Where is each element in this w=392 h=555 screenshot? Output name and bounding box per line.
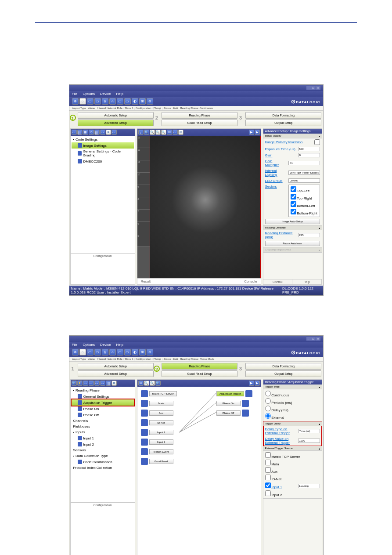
thumb-6[interactable]: 6	[137, 222, 150, 234]
sector-tr[interactable]: Top-Right	[291, 193, 318, 201]
minimize-icon[interactable]: _	[306, 86, 311, 90]
pause-button[interactable]: ▶	[255, 381, 260, 386]
ltbtn-3[interactable]: ▭	[83, 381, 88, 386]
node-good-read[interactable]: Good Read	[141, 458, 177, 465]
tree-channels[interactable]: Channels	[72, 418, 134, 424]
tbtn-4[interactable]: ▭	[94, 98, 101, 105]
tree-general-settings[interactable]: General Settings	[72, 393, 134, 399]
node-main[interactable]: Main	[141, 400, 177, 407]
thumb-8[interactable]: 8	[137, 197, 150, 210]
node-motion[interactable]: Motion Event	[141, 448, 177, 455]
ltbtn-4[interactable]: ◇	[89, 130, 94, 135]
good-read-setup-button[interactable]: Good Read Setup	[162, 120, 237, 126]
ctbtn-3[interactable]: 🔍	[150, 130, 155, 135]
node-acq-trigger[interactable]: Acquisition Trigger	[216, 390, 252, 397]
help-tab[interactable]: Help	[292, 279, 322, 284]
play-button[interactable]: ▶	[249, 381, 254, 386]
node-input2[interactable]: Input 2	[141, 439, 177, 446]
ctbtn-1[interactable]: ⊞	[138, 381, 144, 386]
node-phase-on[interactable]: Phase On	[216, 400, 252, 407]
data-formatting-button[interactable]: Data Formatting	[245, 112, 321, 119]
node-phase-off[interactable]: Phase Off	[216, 410, 252, 417]
tbtn-9[interactable]: ◐	[132, 98, 138, 105]
tbtn-6[interactable]: ⎌	[109, 349, 116, 355]
tree-inputs[interactable]: ▪ Inputs	[72, 429, 134, 435]
int-light-link[interactable]: Internal Lighting	[265, 169, 287, 177]
good-read-setup-button[interactable]: Good Read Setup	[162, 370, 237, 377]
tbtn-1[interactable]: ⊕	[72, 98, 79, 105]
radio-delay[interactable]: Delay (ms)	[265, 405, 320, 413]
tbtn-7[interactable]: ▭	[117, 349, 123, 355]
menu-options[interactable]: Options	[83, 92, 95, 96]
tree-code-combination[interactable]: Code Combination	[72, 459, 134, 465]
ctbtn-2[interactable]: 🔍	[144, 130, 149, 135]
close-icon[interactable]: ×	[316, 86, 320, 90]
radio-periodic[interactable]: Periodic (ms)	[265, 398, 320, 405]
src-main[interactable]: Main	[265, 459, 320, 467]
reading-phase-button[interactable]: Reading Phase	[162, 363, 237, 370]
input1-edge-select[interactable]	[298, 484, 320, 488]
polarity-checkbox[interactable]	[314, 139, 320, 145]
ltbtn-5[interactable]: ||||	[94, 130, 100, 135]
tbtn-5[interactable]: ⎘	[102, 98, 108, 105]
ltbtn-8[interactable]: ✕	[111, 381, 117, 386]
tbtn-7[interactable]: ▭	[117, 98, 123, 105]
ctbtn-2[interactable]: 🔍	[144, 381, 149, 386]
sector-br[interactable]: Bottom-Right	[291, 208, 318, 216]
tbtn-10[interactable]: ⊞	[139, 98, 146, 105]
delay-type-link[interactable]: Delay Type on External Trigger	[265, 427, 297, 435]
tbtn-3[interactable]: ▭	[87, 349, 94, 355]
tbtn-11[interactable]: ⊕	[147, 349, 153, 355]
ltbtn-7[interactable]: ✕	[106, 130, 111, 135]
tree-reading-phase[interactable]: ▪ Reading Phase	[72, 388, 134, 393]
thumb-11[interactable]: 11	[137, 160, 150, 173]
automatic-setup-button[interactable]: Automatic Setup	[78, 112, 154, 119]
tbtn-2[interactable]: ○	[79, 98, 86, 105]
tbtn-4[interactable]: ▭	[94, 349, 101, 355]
exposure-link[interactable]: Exposure Time (us)	[265, 147, 295, 151]
thumb-13[interactable]: 13	[137, 136, 150, 148]
pause-button[interactable]: ▶	[255, 130, 260, 135]
polarity-link[interactable]: Image Polarity Inversion	[265, 140, 303, 144]
radio-continuous[interactable]: Continuous	[265, 390, 320, 398]
trigger-delay-section[interactable]: Trigger Delay	[263, 421, 322, 426]
menu-options[interactable]: Options	[83, 343, 95, 347]
close-icon[interactable]: ×	[316, 337, 320, 341]
ext-trigger-source-section[interactable]: External Trigger Source	[263, 446, 322, 451]
radio-external[interactable]: External	[265, 413, 320, 420]
ctbtn-8[interactable]: ⊞	[178, 130, 183, 135]
tree-sensors[interactable]: Sensors	[72, 447, 134, 453]
gain-input[interactable]	[298, 153, 320, 157]
ctbtn-3[interactable]: 🔍	[150, 381, 155, 386]
thumb-12[interactable]: 12	[137, 148, 150, 160]
gain-mult-link[interactable]: Gain Multiplier	[265, 159, 287, 167]
tree-fieldbuses[interactable]: Fieldbuses	[72, 424, 134, 429]
src-idnet[interactable]: ID-Net	[265, 474, 320, 482]
tbtn-1[interactable]: ⊕	[72, 349, 79, 355]
tree-code-settings[interactable]: ▪ Code Settings	[72, 137, 134, 142]
automatic-setup-button[interactable]: Automatic Setup	[78, 363, 154, 370]
ltbtn-1[interactable]: ▭	[72, 130, 77, 135]
tbtn-6[interactable]: ⎌	[109, 98, 116, 105]
menu-device[interactable]: Device	[100, 92, 111, 96]
delay-value-input[interactable]	[298, 439, 320, 443]
sector-tl[interactable]: Top-Left	[291, 186, 318, 193]
ltbtn-4[interactable]: ▭	[89, 381, 94, 386]
thumb-9[interactable]: 9	[137, 185, 150, 197]
tbtn-8[interactable]: ▭	[124, 349, 131, 355]
read-dist-input[interactable]	[298, 233, 320, 237]
tree-acquisition-trigger[interactable]: Acquisition Trigger	[72, 399, 134, 406]
ltbtn-2[interactable]: ||||	[77, 130, 83, 135]
thumb-7[interactable]: 7	[137, 210, 150, 222]
ltbtn-2[interactable]: ⚡	[77, 381, 83, 386]
delay-type-select[interactable]	[298, 429, 320, 433]
src-input2[interactable]: Input 2	[265, 490, 320, 497]
node-idnet[interactable]: ID-Net	[141, 419, 177, 426]
crop-region-section[interactable]: Cropping Region Area	[263, 247, 322, 252]
tbtn-8[interactable]: ▭	[124, 98, 131, 105]
read-dist-link[interactable]: Reading Distance (mm)	[265, 231, 297, 239]
ltbtn-8[interactable]: ▭	[111, 130, 117, 135]
node-input1[interactable]: Input 1	[141, 429, 177, 436]
menu-help[interactable]: Help	[116, 343, 123, 347]
ltbtn-3[interactable]: ▦	[83, 130, 88, 135]
